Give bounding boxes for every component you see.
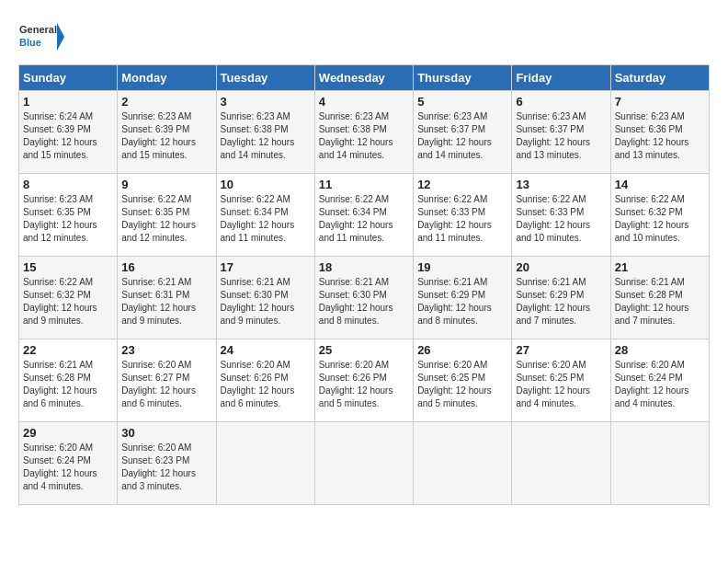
cell-week1-day2: 3Sunrise: 6:23 AMSunset: 6:38 PMDaylight… xyxy=(216,91,314,174)
day-info: Sunrise: 6:23 AMSunset: 6:35 PMDaylight:… xyxy=(23,193,113,245)
header-thursday: Thursday xyxy=(414,65,512,91)
header-monday: Monday xyxy=(118,65,216,91)
day-info: Sunrise: 6:20 AMSunset: 6:25 PMDaylight:… xyxy=(516,359,606,410)
day-number: 1 xyxy=(23,95,113,109)
cell-week2-col0: 8Sunrise: 6:23 AMSunset: 6:35 PMDaylight… xyxy=(19,174,118,257)
day-info: Sunrise: 6:20 AMSunset: 6:24 PMDaylight:… xyxy=(23,442,113,493)
day-info: Sunrise: 6:24 AMSunset: 6:39 PMDaylight:… xyxy=(23,110,113,162)
calendar-table: SundayMondayTuesdayWednesdayThursdayFrid… xyxy=(18,64,710,505)
day-info: Sunrise: 6:22 AMSunset: 6:34 PMDaylight:… xyxy=(319,193,409,245)
day-info: Sunrise: 6:21 AMSunset: 6:30 PMDaylight:… xyxy=(319,276,409,327)
cell-week3-col1: 16Sunrise: 6:21 AMSunset: 6:31 PMDayligh… xyxy=(118,257,216,339)
cell-week1-day0: 1Sunrise: 6:24 AMSunset: 6:39 PMDaylight… xyxy=(19,91,118,174)
day-number: 27 xyxy=(516,343,606,357)
day-info: Sunrise: 6:22 AMSunset: 6:35 PMDaylight:… xyxy=(121,193,211,245)
day-info: Sunrise: 6:23 AMSunset: 6:38 PMDaylight:… xyxy=(221,110,311,162)
day-info: Sunrise: 6:23 AMSunset: 6:36 PMDaylight:… xyxy=(615,110,705,162)
day-number: 11 xyxy=(319,178,409,191)
day-number: 5 xyxy=(417,95,507,109)
day-info: Sunrise: 6:20 AMSunset: 6:26 PMDaylight:… xyxy=(319,359,409,410)
day-number: 30 xyxy=(121,426,211,440)
day-number: 15 xyxy=(23,260,113,274)
day-number: 16 xyxy=(121,260,211,274)
cell-week4-col0: 22Sunrise: 6:21 AMSunset: 6:28 PMDayligh… xyxy=(19,339,118,422)
day-info: Sunrise: 6:20 AMSunset: 6:24 PMDaylight:… xyxy=(615,359,705,410)
day-number: 19 xyxy=(417,260,507,274)
day-info: Sunrise: 6:23 AMSunset: 6:38 PMDaylight:… xyxy=(319,110,409,162)
day-info: Sunrise: 6:20 AMSunset: 6:26 PMDaylight:… xyxy=(221,359,311,410)
cell-week1-day4: 5Sunrise: 6:23 AMSunset: 6:37 PMDaylight… xyxy=(414,91,512,174)
week-row-5: 29Sunrise: 6:20 AMSunset: 6:24 PMDayligh… xyxy=(19,422,710,505)
cell-week3-col4: 19Sunrise: 6:21 AMSunset: 6:29 PMDayligh… xyxy=(414,257,512,339)
header-saturday: Saturday xyxy=(610,65,709,91)
cell-week3-col3: 18Sunrise: 6:21 AMSunset: 6:30 PMDayligh… xyxy=(314,257,413,339)
cell-week5-col1: 30Sunrise: 6:20 AMSunset: 6:23 PMDayligh… xyxy=(118,422,216,505)
cell-week5-col0: 29Sunrise: 6:20 AMSunset: 6:24 PMDayligh… xyxy=(19,422,118,505)
cell-week3-col2: 17Sunrise: 6:21 AMSunset: 6:30 PMDayligh… xyxy=(216,257,314,339)
day-number: 23 xyxy=(121,343,211,357)
cell-week4-col5: 27Sunrise: 6:20 AMSunset: 6:25 PMDayligh… xyxy=(512,339,610,422)
cell-week4-col1: 23Sunrise: 6:20 AMSunset: 6:27 PMDayligh… xyxy=(118,339,216,422)
cell-week3-col0: 15Sunrise: 6:22 AMSunset: 6:32 PMDayligh… xyxy=(19,257,118,339)
day-number: 10 xyxy=(221,178,311,191)
day-number: 4 xyxy=(319,95,409,109)
day-number: 24 xyxy=(221,343,311,357)
day-number: 29 xyxy=(23,426,113,440)
day-number: 12 xyxy=(417,178,507,191)
day-number: 8 xyxy=(23,178,113,191)
day-number: 18 xyxy=(319,260,409,274)
cell-week5-col4 xyxy=(414,422,512,505)
day-number: 17 xyxy=(221,260,311,274)
day-number: 9 xyxy=(121,178,211,191)
cell-week2-col3: 11Sunrise: 6:22 AMSunset: 6:34 PMDayligh… xyxy=(314,174,413,257)
cell-week2-col5: 13Sunrise: 6:22 AMSunset: 6:33 PMDayligh… xyxy=(512,174,610,257)
week-row-2: 8Sunrise: 6:23 AMSunset: 6:35 PMDaylight… xyxy=(19,174,710,257)
day-number: 22 xyxy=(23,343,113,357)
day-info: Sunrise: 6:21 AMSunset: 6:29 PMDaylight:… xyxy=(516,276,606,327)
cell-week2-col6: 14Sunrise: 6:22 AMSunset: 6:32 PMDayligh… xyxy=(610,174,709,257)
header-tuesday: Tuesday xyxy=(216,65,314,91)
day-info: Sunrise: 6:21 AMSunset: 6:28 PMDaylight:… xyxy=(615,276,705,327)
cell-week3-col5: 20Sunrise: 6:21 AMSunset: 6:29 PMDayligh… xyxy=(512,257,610,339)
day-number: 2 xyxy=(121,95,211,109)
cell-week5-col2 xyxy=(216,422,314,505)
cell-week2-col1: 9Sunrise: 6:22 AMSunset: 6:35 PMDaylight… xyxy=(118,174,216,257)
day-info: Sunrise: 6:22 AMSunset: 6:34 PMDaylight:… xyxy=(221,193,311,245)
svg-text:General: General xyxy=(19,24,57,35)
cell-week2-col4: 12Sunrise: 6:22 AMSunset: 6:33 PMDayligh… xyxy=(414,174,512,257)
day-info: Sunrise: 6:21 AMSunset: 6:30 PMDaylight:… xyxy=(221,276,311,327)
day-number: 25 xyxy=(319,343,409,357)
header-friday: Friday xyxy=(512,65,610,91)
day-info: Sunrise: 6:20 AMSunset: 6:27 PMDaylight:… xyxy=(121,359,211,410)
day-number: 26 xyxy=(417,343,507,357)
svg-marker-2 xyxy=(57,23,64,51)
cell-week3-col6: 21Sunrise: 6:21 AMSunset: 6:28 PMDayligh… xyxy=(610,257,709,339)
page-header: General Blue xyxy=(18,18,710,55)
day-number: 13 xyxy=(516,178,606,191)
cell-week4-col2: 24Sunrise: 6:20 AMSunset: 6:26 PMDayligh… xyxy=(216,339,314,422)
cell-week1-day6: 7Sunrise: 6:23 AMSunset: 6:36 PMDaylight… xyxy=(610,91,709,174)
header-sunday: Sunday xyxy=(19,65,118,91)
day-number: 20 xyxy=(516,260,606,274)
svg-text:Blue: Blue xyxy=(19,37,41,48)
day-info: Sunrise: 6:22 AMSunset: 6:32 PMDaylight:… xyxy=(615,193,705,245)
day-info: Sunrise: 6:21 AMSunset: 6:29 PMDaylight:… xyxy=(417,276,507,327)
day-info: Sunrise: 6:21 AMSunset: 6:31 PMDaylight:… xyxy=(121,276,211,327)
day-info: Sunrise: 6:20 AMSunset: 6:23 PMDaylight:… xyxy=(121,442,211,493)
day-number: 21 xyxy=(615,260,705,274)
day-info: Sunrise: 6:22 AMSunset: 6:32 PMDaylight:… xyxy=(23,276,113,327)
header-wednesday: Wednesday xyxy=(314,65,413,91)
day-info: Sunrise: 6:22 AMSunset: 6:33 PMDaylight:… xyxy=(516,193,606,245)
day-number: 3 xyxy=(221,95,311,109)
cell-week1-day5: 6Sunrise: 6:23 AMSunset: 6:37 PMDaylight… xyxy=(512,91,610,174)
logo: General Blue xyxy=(18,18,64,55)
logo-svg: General Blue xyxy=(18,18,64,55)
day-info: Sunrise: 6:23 AMSunset: 6:39 PMDaylight:… xyxy=(121,110,211,162)
day-number: 7 xyxy=(615,95,705,109)
week-row-4: 22Sunrise: 6:21 AMSunset: 6:28 PMDayligh… xyxy=(19,339,710,422)
day-info: Sunrise: 6:23 AMSunset: 6:37 PMDaylight:… xyxy=(417,110,507,162)
cell-week1-day1: 2Sunrise: 6:23 AMSunset: 6:39 PMDaylight… xyxy=(118,91,216,174)
day-number: 6 xyxy=(516,95,606,109)
cell-week2-col2: 10Sunrise: 6:22 AMSunset: 6:34 PMDayligh… xyxy=(216,174,314,257)
cell-week4-col6: 28Sunrise: 6:20 AMSunset: 6:24 PMDayligh… xyxy=(610,339,709,422)
